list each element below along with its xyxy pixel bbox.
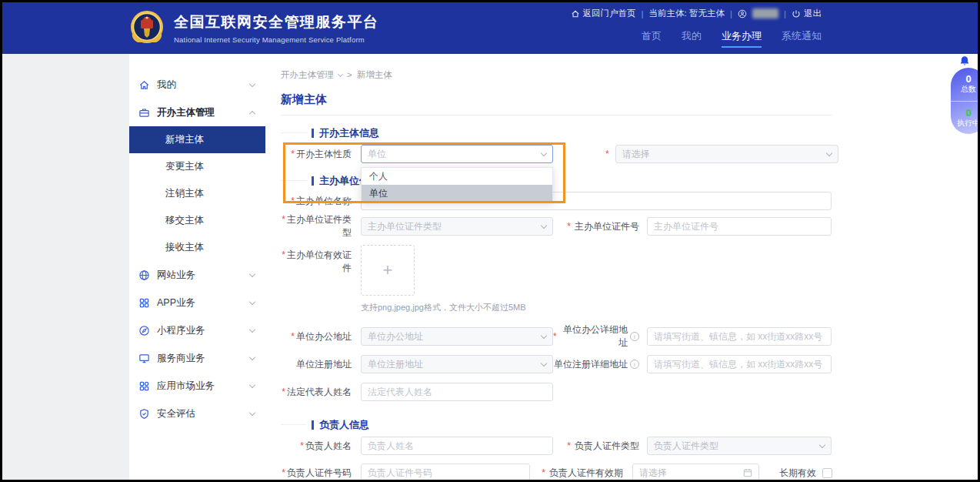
long-term-label: 长期有效	[779, 467, 816, 480]
calendar-icon	[743, 468, 752, 477]
chevron-down-icon	[249, 353, 255, 360]
police-badge-logo	[127, 8, 167, 48]
info-icon	[630, 360, 639, 369]
breadcrumb-current: 新增主体	[357, 69, 392, 81]
sidebar-item-mine[interactable]: 我的	[129, 71, 265, 99]
chevron-down-icon	[541, 222, 547, 228]
chevron-up-icon	[249, 110, 255, 116]
home-icon	[138, 79, 150, 91]
sidebar-item-app[interactable]: APP业务	[129, 289, 265, 316]
sidebar-item-receive-subject[interactable]: 接收主体	[129, 234, 265, 261]
field-label-office-addr: *单位办公地址	[281, 330, 352, 343]
page-title: 新增主体	[281, 92, 978, 108]
upload-box[interactable]: +	[361, 245, 415, 296]
chevron-down-icon	[249, 80, 255, 86]
field-label-org-cert-type: *主办单位证件类型	[281, 213, 352, 239]
info-icon	[630, 332, 639, 341]
org-cert-type-select[interactable]: 主办单位证件类型	[361, 217, 553, 236]
reg-addr-select[interactable]: 单位注册地址	[361, 355, 553, 373]
main-nav: 首页 我的 业务办理 系统通知	[571, 29, 822, 48]
back-home-link[interactable]: 返回门户首页	[571, 8, 636, 19]
sidebar-item-website[interactable]: 网站业务	[129, 261, 265, 289]
briefcase-icon	[138, 107, 150, 119]
field-label-org-name: *主办单位名称	[281, 195, 352, 208]
sidebar-item-security[interactable]: 安全评估	[129, 400, 265, 427]
redacted-username	[752, 8, 778, 18]
sidebar-item-transfer-subject[interactable]: 移交主体	[129, 207, 265, 234]
sidebar-item-cancel-subject[interactable]: 注销主体	[129, 180, 265, 207]
nav-home[interactable]: 首页	[642, 29, 662, 48]
total-count: 0	[951, 74, 980, 85]
platform-title: 全国互联网安全管理服务平台	[174, 12, 379, 32]
monitor-icon	[138, 353, 150, 364]
header-bar: 全国互联网安全管理服务平台 National Internet Security…	[2, 2, 978, 54]
section-subject-info: 开办主体信息	[312, 128, 978, 138]
principal-cert-type-select[interactable]: 负责人证件类型	[647, 437, 832, 455]
running-count: 0	[951, 108, 980, 119]
field-label-office-detail: *单位办公详细地址	[553, 323, 639, 350]
title-divider	[281, 115, 832, 115]
region-select[interactable]: 请选择	[615, 145, 838, 163]
bell-icon[interactable]	[959, 55, 970, 67]
chevron-down-icon	[338, 71, 343, 76]
breadcrumb: 开办主体管理 > 新增主体	[281, 69, 978, 80]
field-label-principal-cert-valid: *负责人证件有效期	[530, 467, 623, 480]
field-label-reg-addr: 单位注册地址	[281, 358, 352, 371]
field-label-org-cert-no: *主办单位证件号	[553, 220, 639, 233]
logout-link[interactable]: 退出	[792, 8, 822, 19]
field-label-nature: *开办主体性质	[281, 148, 352, 161]
task-status-widget[interactable]: 0 总数 0 执行中	[951, 68, 980, 134]
sidebar-item-provider[interactable]: 服务商业务	[129, 344, 265, 372]
sidebar-item-market[interactable]: 应用市场业务	[129, 372, 265, 400]
field-label-legal-name: *法定代表人姓名	[281, 386, 352, 399]
field-label-principal-cert-no: *负责人证件号码	[281, 467, 352, 480]
power-icon	[792, 9, 801, 18]
nav-business[interactable]: 业务办理	[722, 29, 762, 48]
sidebar-item-change-subject[interactable]: 变更主体	[129, 153, 265, 180]
chevron-down-icon	[819, 441, 825, 447]
sidebar: 我的 开办主体管理 新增主体 变更主体 注销主体 移交主体 接收主体 网站业务 …	[129, 54, 265, 480]
sidebar-item-miniprogram[interactable]: 小程序业务	[129, 316, 265, 344]
field-label-principal-name: *负责人姓名	[281, 440, 352, 453]
compass-icon	[138, 325, 150, 336]
principal-cert-valid-datepicker[interactable]: 请选择	[632, 464, 759, 482]
chevron-down-icon	[249, 298, 255, 304]
sidebar-item-subject-mgmt[interactable]: 开办主体管理	[129, 99, 265, 126]
grid-icon	[138, 297, 150, 309]
long-term-checkbox[interactable]	[822, 468, 832, 478]
dropdown-option-personal[interactable]: 个人	[362, 168, 552, 185]
nav-notice[interactable]: 系统通知	[782, 29, 822, 48]
reg-detail-input[interactable]	[647, 355, 832, 373]
current-subject: 当前主体: 暂无主体	[649, 8, 725, 19]
nature-select[interactable]: 单位	[361, 145, 553, 163]
avatar-icon[interactable]	[738, 9, 747, 18]
office-detail-input[interactable]	[647, 327, 832, 346]
chevron-down-icon	[541, 360, 547, 366]
principal-name-input[interactable]	[361, 437, 553, 455]
org-cert-no-input[interactable]	[647, 217, 832, 236]
chevron-down-icon	[541, 149, 547, 156]
legal-name-input[interactable]	[361, 383, 553, 401]
office-addr-select[interactable]: 单位办公地址	[361, 327, 553, 346]
chevron-down-icon	[825, 149, 832, 156]
nature-dropdown-panel: 个人 单位	[361, 167, 553, 203]
app-window: 全国互联网安全管理服务平台 National Internet Security…	[0, 0, 980, 482]
utility-bar: 返回门户首页 | 当前主体: 暂无主体 | | 退出	[571, 8, 822, 19]
globe-icon	[138, 269, 150, 281]
section-principal-info: 负责人信息	[312, 420, 978, 430]
chevron-down-icon	[249, 409, 255, 415]
principal-cert-no-input[interactable]	[361, 464, 530, 482]
nav-mine[interactable]: 我的	[682, 29, 702, 48]
field-label-principal-cert-type: *负责人证件类型	[553, 440, 639, 453]
upload-hint: 支持png,jpeg,jpg格式，文件大小不超过5MB	[361, 302, 526, 313]
chevron-down-icon	[249, 270, 255, 276]
plus-icon: +	[383, 260, 393, 280]
appstore-grid-icon	[138, 380, 150, 392]
brand: 全国互联网安全管理服务平台 National Internet Security…	[127, 8, 379, 48]
home-icon	[571, 9, 580, 18]
platform-subtitle: National Internet Security Management Se…	[174, 35, 379, 44]
breadcrumb-parent[interactable]: 开办主体管理	[281, 69, 334, 81]
dropdown-option-unit[interactable]: 单位	[362, 185, 552, 202]
field-label-reg-detail: 单位注册详细地址	[553, 358, 639, 371]
sidebar-item-add-subject[interactable]: 新增主体	[129, 126, 265, 153]
